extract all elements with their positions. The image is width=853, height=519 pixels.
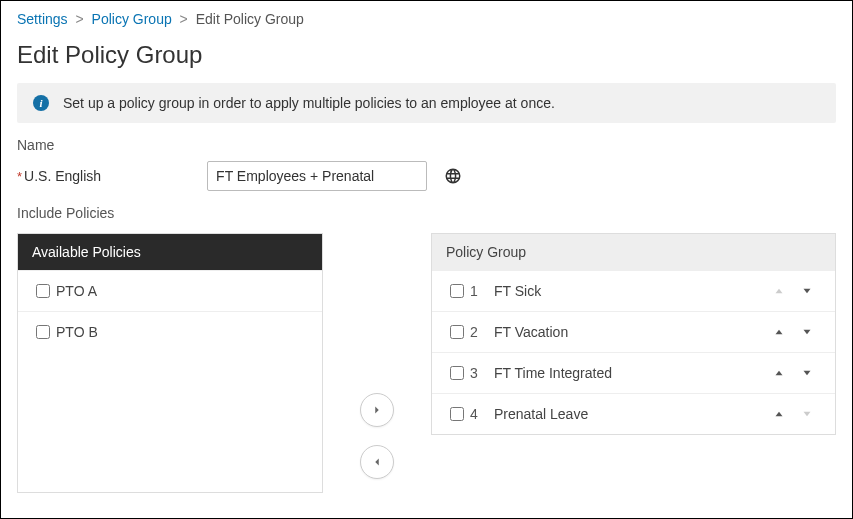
move-down-button[interactable] xyxy=(793,366,821,380)
language-label: U.S. English xyxy=(24,168,101,184)
triangle-down-icon xyxy=(800,284,814,298)
breadcrumb: Settings > Policy Group > Edit Policy Gr… xyxy=(1,1,852,33)
policy-label: Prenatal Leave xyxy=(494,406,765,422)
group-name-input[interactable] xyxy=(207,161,427,191)
policy-label: FT Time Integrated xyxy=(494,365,765,381)
triangle-down-icon xyxy=(800,407,814,421)
select-policy-checkbox[interactable] xyxy=(450,284,464,298)
triangle-up-icon xyxy=(772,284,786,298)
move-up-button xyxy=(765,284,793,298)
available-policy-row: PTO B xyxy=(18,311,322,352)
select-policy-checkbox[interactable] xyxy=(450,325,464,339)
triangle-down-icon xyxy=(800,366,814,380)
remove-from-group-button[interactable] xyxy=(360,445,394,479)
select-policy-checkbox[interactable] xyxy=(36,284,50,298)
separator-icon: > xyxy=(71,11,87,27)
available-policies-header: Available Policies xyxy=(18,234,322,270)
policy-group-panel: Policy Group 1 FT Sick 2 FT Vacation xyxy=(431,233,836,435)
policy-label: FT Vacation xyxy=(494,324,765,340)
order-index: 3 xyxy=(470,365,494,381)
asterisk-icon: * xyxy=(17,169,22,184)
available-policies-panel: Available Policies PTO A PTO B xyxy=(17,233,323,493)
required-indicator: *U.S. English xyxy=(17,168,101,184)
move-up-button[interactable] xyxy=(765,366,793,380)
select-policy-checkbox[interactable] xyxy=(36,325,50,339)
policy-label: PTO A xyxy=(56,283,308,299)
chevron-left-icon xyxy=(370,455,384,469)
move-down-button xyxy=(793,407,821,421)
order-index: 4 xyxy=(470,406,494,422)
breadcrumb-settings[interactable]: Settings xyxy=(17,11,68,27)
info-icon: i xyxy=(33,95,49,111)
available-policy-row: PTO A xyxy=(18,270,322,311)
policy-label: FT Sick xyxy=(494,283,765,299)
info-banner: i Set up a policy group in order to appl… xyxy=(17,83,836,123)
group-policy-row: 4 Prenatal Leave xyxy=(432,393,835,434)
breadcrumb-current: Edit Policy Group xyxy=(196,11,304,27)
triangle-down-icon xyxy=(800,325,814,339)
page-title: Edit Policy Group xyxy=(1,33,852,83)
policy-label: PTO B xyxy=(56,324,308,340)
select-policy-checkbox[interactable] xyxy=(450,366,464,380)
transfer-controls xyxy=(323,233,431,479)
group-policy-row: 2 FT Vacation xyxy=(432,311,835,352)
locale-button[interactable] xyxy=(441,164,465,188)
triangle-up-icon xyxy=(772,325,786,339)
separator-icon: > xyxy=(176,11,192,27)
select-policy-checkbox[interactable] xyxy=(450,407,464,421)
group-policy-row: 1 FT Sick xyxy=(432,270,835,311)
name-label: Name xyxy=(17,137,836,153)
add-to-group-button[interactable] xyxy=(360,393,394,427)
globe-icon xyxy=(444,167,462,185)
move-down-button[interactable] xyxy=(793,325,821,339)
move-up-button[interactable] xyxy=(765,407,793,421)
info-message: Set up a policy group in order to apply … xyxy=(63,95,555,111)
move-up-button[interactable] xyxy=(765,325,793,339)
group-policy-row: 3 FT Time Integrated xyxy=(432,352,835,393)
chevron-right-icon xyxy=(370,403,384,417)
order-index: 2 xyxy=(470,324,494,340)
order-index: 1 xyxy=(470,283,494,299)
triangle-up-icon xyxy=(772,366,786,380)
policy-group-header: Policy Group xyxy=(432,234,835,270)
move-down-button[interactable] xyxy=(793,284,821,298)
triangle-up-icon xyxy=(772,407,786,421)
include-policies-label: Include Policies xyxy=(17,205,836,221)
breadcrumb-policy-group[interactable]: Policy Group xyxy=(92,11,172,27)
